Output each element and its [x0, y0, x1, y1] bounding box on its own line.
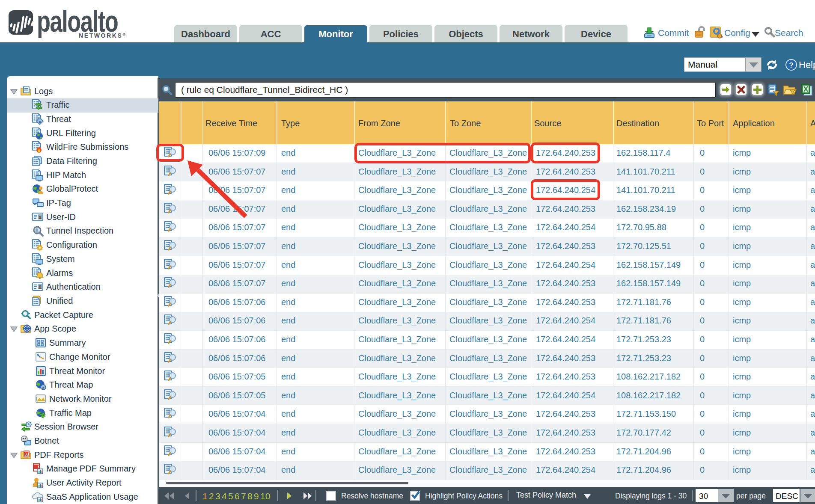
svg-text:?: ?: [789, 61, 793, 69]
svg-text:A: A: [25, 453, 28, 457]
svg-text:x: x: [42, 385, 44, 390]
svg-text:x: x: [39, 119, 42, 124]
